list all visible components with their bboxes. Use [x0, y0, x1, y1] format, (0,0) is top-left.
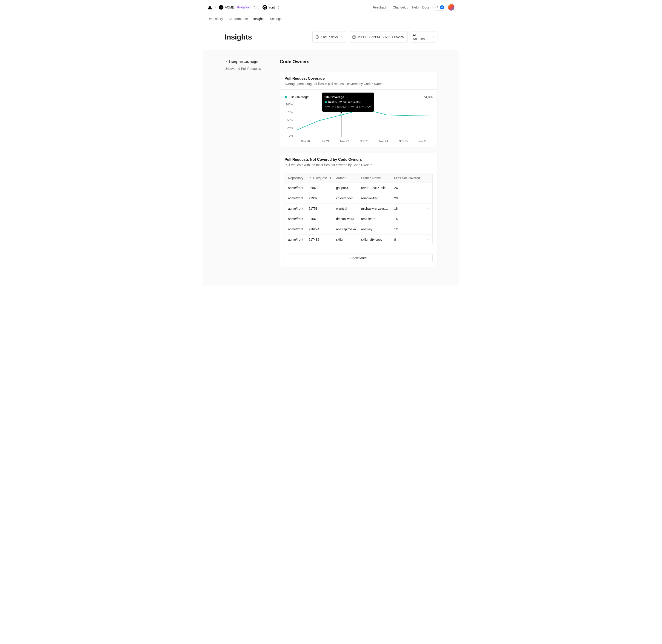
cell-pr: 21640 — [306, 213, 334, 224]
insights-sidebar: Pull Request Coverage Uncovered Pull Req… — [225, 59, 270, 267]
svg-rect-1 — [353, 36, 355, 39]
breadcrumb-separator: / — [215, 5, 216, 10]
row-actions-button[interactable] — [423, 183, 433, 193]
page-content: Pull Request Coverage Uncovered Pull Req… — [203, 50, 459, 285]
org-avatar-icon: ▲ — [219, 5, 223, 10]
topbar-left: / ▲ ACME Enterprise / front — [207, 5, 280, 10]
svg-point-16 — [428, 229, 428, 229]
tab-settings[interactable]: Settings — [270, 15, 282, 24]
table-row[interactable]: acme/front21753wentsulmichaelwenzel/surf… — [285, 203, 433, 213]
help-link[interactable]: Help — [411, 4, 419, 10]
main-tabs: Repository Conformance Insights Settings — [203, 15, 459, 24]
feedback-button[interactable]: Feedback — [370, 4, 390, 11]
cell-repo: acme/front — [285, 213, 306, 224]
coverage-subtitle: Average percentage of files in pull requ… — [285, 82, 433, 86]
chevron-updown-icon[interactable] — [277, 6, 280, 9]
cell-files: 24 — [392, 183, 423, 193]
more-icon — [425, 238, 429, 242]
user-avatar[interactable] — [448, 4, 455, 10]
svg-point-15 — [427, 229, 427, 229]
table-row[interactable]: acme/front216274anatrajkovskaana/key12 — [285, 224, 433, 234]
clock-icon — [315, 35, 319, 39]
sidebar-item-uncovered-prs[interactable]: Uncovered Pull Requests — [225, 67, 270, 70]
cell-author: anatrajkovska — [334, 224, 359, 234]
col-author: Author — [334, 174, 359, 183]
cell-branch: skllcrn/fix-copy — [359, 234, 392, 245]
sources-label: All Sources — [413, 33, 429, 41]
uncovered-table: Repository Pull Request ID Author Branch… — [285, 173, 433, 245]
col-branch: Branch Name — [359, 174, 392, 183]
org-breadcrumb[interactable]: ▲ ACME Enterprise — [219, 5, 256, 10]
bell-icon — [435, 5, 439, 9]
table-row[interactable]: acme/front21640delbaoliveiranext-learn16 — [285, 213, 433, 224]
more-icon — [425, 207, 429, 210]
sources-select[interactable]: All Sources — [410, 31, 437, 43]
y-tick: 25% — [285, 126, 293, 130]
vercel-logo-icon[interactable] — [207, 5, 212, 9]
cell-author: gaspar09 — [334, 183, 359, 193]
cell-pr: 21932 — [306, 193, 334, 203]
chart-legend: File Coverage — [285, 95, 309, 99]
tab-conformance[interactable]: Conformance — [228, 15, 248, 24]
plan-badge: Enterprise — [235, 5, 250, 9]
row-actions-button[interactable] — [423, 224, 433, 234]
chart-plot-area[interactable]: File Coverage 64,8% (32 pull requests) N… — [295, 103, 433, 137]
page-title: Insights — [225, 33, 252, 41]
cell-branch: michaelwenzel/surf... — [359, 203, 392, 213]
y-tick: 100% — [285, 103, 293, 106]
show-more-button[interactable]: Show More — [285, 254, 433, 262]
chart-tooltip: File Coverage 64,8% (32 pull requests) N… — [322, 93, 374, 112]
cell-branch: remove-flag — [359, 193, 392, 203]
sidebar-item-pr-coverage[interactable]: Pull Request Coverage — [225, 60, 270, 64]
svg-point-19 — [428, 239, 428, 240]
tab-repository[interactable]: Repository — [207, 15, 223, 24]
chart-current-value: 64,8% — [423, 95, 433, 99]
cell-author: wentsul — [334, 203, 359, 213]
changelog-link[interactable]: Changelog — [392, 4, 410, 10]
topbar-right: Feedback Changelog Help Docs 4 — [370, 4, 455, 11]
repo-breadcrumb[interactable]: front — [263, 5, 280, 10]
more-icon — [425, 186, 429, 190]
svg-point-12 — [427, 218, 427, 219]
coverage-card: Pull Request Coverage Average percentage… — [280, 72, 437, 147]
notification-count: 4 — [440, 5, 444, 9]
more-icon — [425, 197, 429, 200]
row-actions-button[interactable] — [423, 203, 433, 213]
cell-repo: acme/front — [285, 234, 306, 245]
col-actions — [423, 174, 433, 183]
chevron-down-icon — [431, 36, 435, 39]
table-row[interactable]: acme/front217432skllcrnskllcrn/fix-copy8 — [285, 234, 433, 245]
cell-files: 12 — [392, 224, 423, 234]
date-range-picker[interactable]: 20/11 11:52PM - 27/11 11:52PM — [349, 31, 407, 43]
svg-point-14 — [426, 229, 426, 229]
uncovered-card: Pull Requests Not Covered by Code Owners… — [280, 153, 437, 267]
table-row[interactable]: acme/front22048gaspar09revert-22016-mich… — [285, 183, 433, 193]
notifications-button[interactable]: 4 — [433, 4, 446, 10]
breadcrumb-separator: / — [259, 5, 260, 10]
tooltip-value: 64,8% (32 pull requests) — [328, 100, 361, 105]
x-tick: Nov 21 — [315, 140, 335, 143]
cell-branch: ana/key — [359, 224, 392, 234]
table-row[interactable]: acme/front21932chloetedderremove-flag20 — [285, 193, 433, 203]
row-actions-button[interactable] — [423, 213, 433, 224]
docs-link[interactable]: Docs — [421, 4, 431, 10]
cell-author: chloetedder — [334, 193, 359, 203]
main-column: Code Owners Pull Request Coverage Averag… — [280, 59, 437, 267]
cell-pr: 21753 — [306, 203, 334, 213]
tab-insights[interactable]: Insights — [253, 15, 264, 24]
x-tick: Nov 20 — [295, 140, 315, 143]
uncovered-title: Pull Requests Not Covered by Code Owners — [285, 158, 433, 162]
chevron-down-icon — [341, 36, 344, 39]
chart-x-axis: Nov 20 Nov 21 Nov 22 Nov 23 Nov 24 Nov 2… — [295, 140, 433, 143]
range-select[interactable]: Last 7 days — [312, 31, 347, 43]
calendar-icon — [352, 35, 356, 39]
row-actions-button[interactable] — [423, 234, 433, 245]
svg-point-7 — [428, 198, 428, 199]
org-name: ACME — [225, 5, 234, 9]
x-tick: Nov 25 — [394, 140, 413, 143]
svg-point-6 — [427, 198, 427, 199]
chevron-updown-icon[interactable] — [252, 6, 256, 9]
row-actions-button[interactable] — [423, 193, 433, 203]
repo-name: front — [268, 5, 275, 9]
svg-point-3 — [427, 188, 427, 188]
